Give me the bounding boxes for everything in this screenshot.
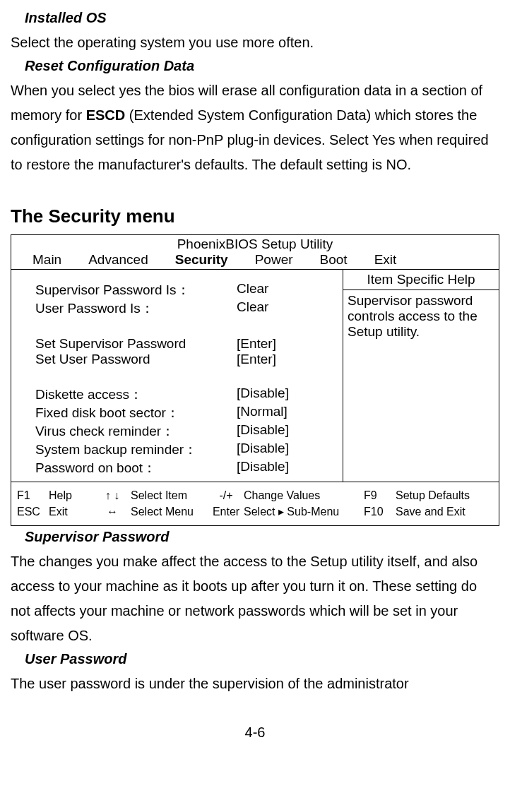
bios-value: [Enter] [237, 352, 276, 367]
bios-label: Diskette access： [35, 386, 237, 404]
bios-row: Diskette access：[Disable] [35, 386, 337, 404]
supervisor-password-heading: Supervisor Password [25, 529, 499, 545]
reset-config-heading: Reset Configuration Data [25, 58, 499, 74]
bios-value: [Disable] [237, 422, 289, 441]
bios-label: Set User Password [35, 352, 237, 367]
bios-settings: Supervisor Password Is：Clear User Passwo… [11, 270, 343, 482]
bios-footer: F1 Help ↑ ↓ Select Item -/+ Change Value… [11, 482, 499, 525]
user-password-body: The user password is under the supervisi… [11, 671, 499, 696]
key-f10: F10 [364, 506, 396, 518]
bios-label: User Password Is： [35, 299, 237, 318]
bios-help-title: Item Specific Help [343, 270, 499, 290]
key-select-submenu: Select ▸ Sub-Menu [244, 505, 364, 518]
bios-label: Supervisor Password Is： [35, 281, 237, 299]
bios-title: PhoenixBIOS Setup Utility [11, 235, 499, 252]
bios-row: User Password Is：Clear [35, 299, 337, 318]
bios-tabs: Main Advanced Security Power Boot Exit [11, 252, 499, 270]
bios-label: Virus check reminder： [35, 422, 237, 441]
bios-footer-row: ESC Exit ↔ Select Menu Enter Select ▸ Su… [17, 505, 493, 518]
bios-value: [Disable] [237, 441, 289, 459]
bios-help-body: Supervisor password controls access to t… [343, 290, 499, 482]
bios-row: Password on boot：[Disable] [35, 459, 337, 477]
key-f9: F9 [364, 489, 396, 502]
key-esc: ESC [17, 506, 49, 518]
bios-tab-main: Main [32, 252, 61, 268]
key-setup-defaults: Setup Defaults [396, 489, 470, 502]
bios-tab-exit: Exit [374, 252, 397, 268]
key-select-menu: Select Menu [126, 506, 208, 518]
key-select-item: Select Item [126, 489, 208, 502]
bios-label: Set Supervisor Password [35, 336, 237, 352]
installed-os-heading: Installed OS [25, 10, 499, 26]
supervisor-password-body: The changes you make affect the access t… [11, 549, 499, 648]
bios-tab-boot: Boot [320, 252, 348, 268]
bios-footer-row: F1 Help ↑ ↓ Select Item -/+ Change Value… [17, 489, 493, 502]
bios-value: Clear [237, 281, 268, 299]
bios-row: Fixed disk boot sector：[Normal] [35, 404, 337, 422]
bios-value: Clear [237, 299, 268, 318]
key-change-values: Change Values [244, 489, 364, 502]
bios-row: Set User Password[Enter] [35, 352, 337, 367]
bios-label: Password on boot： [35, 459, 237, 477]
bios-tab-power: Power [255, 252, 293, 268]
bios-screenshot: PhoenixBIOS Setup Utility Main Advanced … [11, 234, 499, 526]
installed-os-body: Select the operating system you use more… [11, 30, 499, 55]
key-f1: F1 [17, 489, 49, 502]
page-number: 4-6 [11, 724, 499, 741]
bios-label: System backup reminder： [35, 441, 237, 459]
bios-value: [Disable] [237, 459, 289, 477]
key-help: Help [49, 489, 98, 502]
reset-config-body: When you select yes the bios will erase … [11, 78, 499, 177]
bios-row: Supervisor Password Is：Clear [35, 281, 337, 299]
key-plusminus: -/+ [208, 489, 244, 502]
bios-value: [Normal] [237, 404, 287, 422]
bios-row: Set Supervisor Password[Enter] [35, 336, 337, 352]
user-password-heading: User Password [25, 651, 499, 667]
key-enter: Enter [208, 506, 244, 518]
bios-tab-advanced: Advanced [88, 252, 148, 268]
arrow-leftright-icon: ↔ [98, 506, 126, 518]
bios-value: [Enter] [237, 336, 276, 352]
security-menu-heading: The Security menu [11, 205, 499, 227]
escd-term: ESCD [86, 107, 126, 123]
bios-label: Fixed disk boot sector： [35, 404, 237, 422]
bios-value: [Disable] [237, 386, 289, 404]
bios-tab-security: Security [175, 252, 228, 268]
bios-row: System backup reminder：[Disable] [35, 441, 337, 459]
arrow-updown-icon: ↑ ↓ [98, 489, 126, 502]
bios-row: Virus check reminder：[Disable] [35, 422, 337, 441]
key-save-exit: Save and Exit [396, 506, 465, 518]
key-exit: Exit [49, 506, 98, 518]
